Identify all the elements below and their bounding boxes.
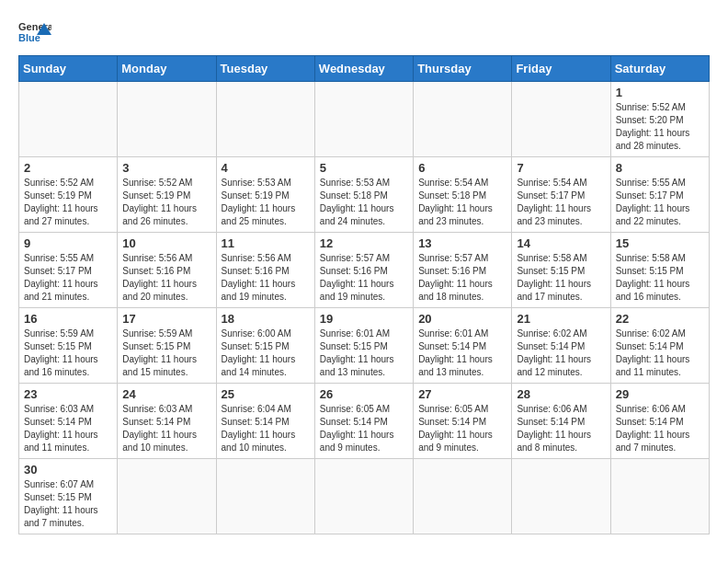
day-number: 30 [24, 463, 112, 477]
day-number: 12 [320, 236, 408, 250]
calendar-cell: 2Sunrise: 5:52 AM Sunset: 5:19 PM Daylig… [19, 157, 118, 233]
day-number: 21 [517, 312, 605, 326]
calendar-cell: 25Sunrise: 6:04 AM Sunset: 5:14 PM Dayli… [216, 384, 314, 459]
day-number: 26 [320, 387, 408, 401]
day-info: Sunrise: 6:05 AM Sunset: 5:14 PM Dayligh… [418, 403, 506, 454]
calendar-cell: 5Sunrise: 5:53 AM Sunset: 5:18 PM Daylig… [314, 157, 413, 233]
calendar-cell: 18Sunrise: 6:00 AM Sunset: 5:15 PM Dayli… [216, 308, 314, 384]
calendar-cell [216, 82, 314, 157]
calendar-cell: 10Sunrise: 5:56 AM Sunset: 5:16 PM Dayli… [118, 233, 216, 308]
day-number: 24 [122, 387, 210, 401]
day-number: 2 [24, 161, 112, 175]
calendar-cell [610, 459, 709, 534]
day-info: Sunrise: 6:06 AM Sunset: 5:14 PM Dayligh… [616, 403, 704, 454]
calendar-cell: 9Sunrise: 5:55 AM Sunset: 5:17 PM Daylig… [19, 233, 118, 308]
calendar-cell: 29Sunrise: 6:06 AM Sunset: 5:14 PM Dayli… [610, 384, 709, 459]
calendar-cell [118, 459, 216, 534]
day-number: 23 [24, 387, 112, 401]
day-info: Sunrise: 5:59 AM Sunset: 5:15 PM Dayligh… [24, 327, 112, 379]
day-number: 5 [320, 161, 408, 175]
day-info: Sunrise: 5:55 AM Sunset: 5:17 PM Dayligh… [24, 252, 112, 304]
day-number: 15 [616, 236, 704, 250]
day-info: Sunrise: 5:52 AM Sunset: 5:19 PM Dayligh… [24, 177, 112, 228]
calendar-week-4: 23Sunrise: 6:03 AM Sunset: 5:14 PM Dayli… [19, 384, 710, 459]
calendar-cell [512, 82, 610, 157]
day-info: Sunrise: 5:59 AM Sunset: 5:15 PM Dayligh… [122, 327, 210, 379]
weekday-header-tuesday: Tuesday [216, 56, 314, 82]
calendar-week-2: 9Sunrise: 5:55 AM Sunset: 5:17 PM Daylig… [19, 233, 710, 308]
day-info: Sunrise: 6:07 AM Sunset: 5:15 PM Dayligh… [24, 478, 112, 530]
day-info: Sunrise: 6:03 AM Sunset: 5:14 PM Dayligh… [24, 403, 112, 454]
day-info: Sunrise: 6:03 AM Sunset: 5:14 PM Dayligh… [122, 403, 210, 454]
calendar-cell: 27Sunrise: 6:05 AM Sunset: 5:14 PM Dayli… [414, 384, 512, 459]
calendar-cell: 14Sunrise: 5:58 AM Sunset: 5:15 PM Dayli… [512, 233, 610, 308]
day-number: 17 [122, 312, 210, 326]
day-info: Sunrise: 6:05 AM Sunset: 5:14 PM Dayligh… [320, 403, 408, 454]
day-info: Sunrise: 5:58 AM Sunset: 5:15 PM Dayligh… [616, 252, 704, 304]
day-number: 20 [418, 312, 506, 326]
weekday-header-monday: Monday [118, 56, 216, 82]
day-info: Sunrise: 5:57 AM Sunset: 5:16 PM Dayligh… [418, 252, 506, 304]
day-info: Sunrise: 5:53 AM Sunset: 5:19 PM Dayligh… [222, 177, 310, 228]
weekday-header-friday: Friday [512, 56, 610, 82]
day-number: 1 [616, 86, 704, 99]
weekday-header-sunday: Sunday [19, 56, 118, 82]
day-number: 6 [418, 161, 506, 175]
day-info: Sunrise: 5:52 AM Sunset: 5:20 PM Dayligh… [616, 101, 704, 153]
weekday-header-row: SundayMondayTuesdayWednesdayThursdayFrid… [19, 56, 710, 82]
day-info: Sunrise: 6:04 AM Sunset: 5:14 PM Dayligh… [222, 403, 310, 454]
day-number: 25 [222, 387, 310, 401]
calendar-cell: 30Sunrise: 6:07 AM Sunset: 5:15 PM Dayli… [19, 459, 118, 534]
calendar-cell [19, 82, 118, 157]
day-info: Sunrise: 6:01 AM Sunset: 5:15 PM Dayligh… [320, 327, 408, 379]
day-info: Sunrise: 5:55 AM Sunset: 5:17 PM Dayligh… [616, 177, 704, 228]
calendar-week-5: 30Sunrise: 6:07 AM Sunset: 5:15 PM Dayli… [19, 459, 710, 534]
logo-icon: General Blue [18, 18, 51, 46]
calendar-cell [118, 82, 216, 157]
day-info: Sunrise: 6:02 AM Sunset: 5:14 PM Dayligh… [517, 327, 605, 379]
day-number: 9 [24, 236, 112, 250]
day-number: 13 [418, 236, 506, 250]
calendar-cell: 8Sunrise: 5:55 AM Sunset: 5:17 PM Daylig… [610, 157, 709, 233]
calendar-week-0: 1Sunrise: 5:52 AM Sunset: 5:20 PM Daylig… [19, 82, 710, 157]
day-info: Sunrise: 6:01 AM Sunset: 5:14 PM Dayligh… [418, 327, 506, 379]
day-number: 11 [222, 236, 310, 250]
logo: General Blue [18, 18, 51, 46]
weekday-header-saturday: Saturday [610, 56, 709, 82]
calendar-cell: 4Sunrise: 5:53 AM Sunset: 5:19 PM Daylig… [216, 157, 314, 233]
calendar-cell: 3Sunrise: 5:52 AM Sunset: 5:19 PM Daylig… [118, 157, 216, 233]
calendar-cell: 1Sunrise: 5:52 AM Sunset: 5:20 PM Daylig… [610, 82, 709, 157]
day-info: Sunrise: 5:56 AM Sunset: 5:16 PM Dayligh… [222, 252, 310, 304]
calendar-cell [512, 459, 610, 534]
calendar-cell: 24Sunrise: 6:03 AM Sunset: 5:14 PM Dayli… [118, 384, 216, 459]
day-info: Sunrise: 6:00 AM Sunset: 5:15 PM Dayligh… [222, 327, 310, 379]
day-number: 8 [616, 161, 704, 175]
day-number: 14 [517, 236, 605, 250]
day-number: 29 [616, 387, 704, 401]
calendar-header: SundayMondayTuesdayWednesdayThursdayFrid… [19, 56, 710, 82]
day-number: 4 [222, 161, 310, 175]
calendar-cell: 15Sunrise: 5:58 AM Sunset: 5:15 PM Dayli… [610, 233, 709, 308]
day-number: 28 [517, 387, 605, 401]
day-info: Sunrise: 5:57 AM Sunset: 5:16 PM Dayligh… [320, 252, 408, 304]
day-number: 19 [320, 312, 408, 326]
calendar-cell: 28Sunrise: 6:06 AM Sunset: 5:14 PM Dayli… [512, 384, 610, 459]
day-number: 22 [616, 312, 704, 326]
calendar-week-1: 2Sunrise: 5:52 AM Sunset: 5:19 PM Daylig… [19, 157, 710, 233]
calendar-cell: 26Sunrise: 6:05 AM Sunset: 5:14 PM Dayli… [314, 384, 413, 459]
calendar-cell [314, 82, 413, 157]
calendar-cell: 11Sunrise: 5:56 AM Sunset: 5:16 PM Dayli… [216, 233, 314, 308]
calendar-cell: 20Sunrise: 6:01 AM Sunset: 5:14 PM Dayli… [414, 308, 512, 384]
day-number: 3 [122, 161, 210, 175]
weekday-header-wednesday: Wednesday [314, 56, 413, 82]
day-info: Sunrise: 5:58 AM Sunset: 5:15 PM Dayligh… [517, 252, 605, 304]
calendar-cell: 16Sunrise: 5:59 AM Sunset: 5:15 PM Dayli… [19, 308, 118, 384]
header: General Blue [18, 18, 710, 46]
day-info: Sunrise: 6:02 AM Sunset: 5:14 PM Dayligh… [616, 327, 704, 379]
day-info: Sunrise: 5:53 AM Sunset: 5:18 PM Dayligh… [320, 177, 408, 228]
day-info: Sunrise: 5:54 AM Sunset: 5:17 PM Dayligh… [517, 177, 605, 228]
day-info: Sunrise: 5:56 AM Sunset: 5:16 PM Dayligh… [122, 252, 210, 304]
calendar-cell: 17Sunrise: 5:59 AM Sunset: 5:15 PM Dayli… [118, 308, 216, 384]
day-info: Sunrise: 6:06 AM Sunset: 5:14 PM Dayligh… [517, 403, 605, 454]
day-info: Sunrise: 5:54 AM Sunset: 5:18 PM Dayligh… [418, 177, 506, 228]
